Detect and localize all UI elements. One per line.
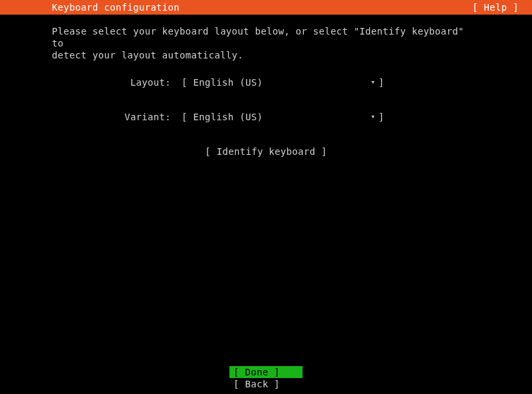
layout-label: Layout: (52, 76, 182, 88)
identify-keyboard-button[interactable]: [ Identify keyboard ] (52, 146, 480, 157)
variant-dropdown-value: [ English (US) (182, 111, 368, 123)
layout-dropdown-value: [ English (US) (182, 76, 368, 88)
layout-dropdown-close: ] (378, 76, 384, 88)
variant-row: Variant: [ English (US) ▾ ] (52, 111, 480, 123)
back-button[interactable]: [ Back ] (229, 378, 303, 390)
layout-dropdown[interactable]: [ English (US) ▾ ] (182, 76, 384, 88)
variant-dropdown-close: ] (378, 111, 384, 123)
layout-row: Layout: [ English (US) ▾ ] (52, 76, 480, 88)
header-bar: Keyboard configuration [ Help ] (0, 0, 532, 15)
done-button[interactable]: [ Done ] (229, 366, 303, 378)
help-button[interactable]: [ Help ] (472, 2, 519, 13)
variant-label: Variant: (52, 111, 182, 123)
variant-dropdown[interactable]: [ English (US) ▾ ] (182, 111, 384, 123)
content-area: Please select your keyboard layout below… (0, 15, 532, 157)
instruction-text: Please select your keyboard layout below… (52, 25, 480, 62)
chevron-down-icon: ▾ (368, 112, 378, 122)
chevron-down-icon: ▾ (368, 78, 378, 87)
page-title: Keyboard configuration (52, 2, 180, 13)
footer-buttons: [ Done ] [ Back ] (0, 366, 532, 390)
